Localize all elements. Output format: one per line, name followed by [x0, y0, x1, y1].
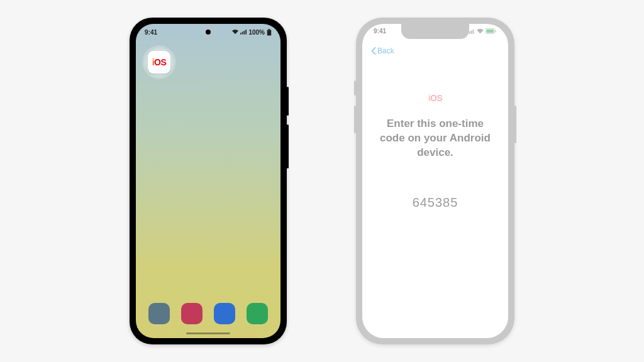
wifi-icon	[477, 29, 484, 34]
android-gesture-bar[interactable]	[186, 332, 230, 334]
iphone-content: iOS Enter this one-time code on your And…	[362, 24, 508, 338]
dock-app-1[interactable]	[148, 303, 170, 324]
one-time-code-instruction: Enter this one-time code on your Android…	[362, 117, 508, 160]
android-side-button-top	[287, 87, 289, 116]
android-dock	[136, 303, 280, 324]
svg-rect-4	[471, 30, 472, 33]
battery-icon	[486, 28, 497, 34]
svg-rect-8	[495, 30, 496, 33]
back-button-label: Back	[377, 47, 394, 55]
move-to-ios-app-highlight: iOS	[142, 45, 176, 79]
svg-rect-0	[269, 29, 270, 30]
iphone-screen: 9:41 Back iOS Enter this one-time code o…	[362, 24, 508, 338]
iphone-status-right-cluster	[467, 28, 497, 35]
svg-rect-3	[469, 31, 470, 34]
ios-logo-os: OS	[154, 57, 166, 67]
back-button[interactable]: Back	[371, 47, 394, 55]
one-time-code-value: 645385	[413, 195, 458, 210]
iphone-mute-switch	[354, 80, 356, 96]
android-status-right-cluster: 100%	[232, 29, 272, 36]
svg-rect-7	[486, 30, 494, 33]
android-side-button-bottom	[287, 124, 289, 168]
iphone-frame: 9:41 Back iOS Enter this one-time code o…	[356, 18, 514, 344]
iphone-volume-buttons	[354, 106, 356, 133]
iphone-status-time: 9:41	[374, 28, 386, 35]
move-to-ios-app-icon[interactable]: iOS	[148, 51, 170, 74]
wifi-icon	[232, 30, 238, 35]
battery-icon	[267, 29, 272, 36]
android-phone-frame: 9:41 100% iOS	[130, 18, 287, 344]
ios-logo-suffix: OS	[430, 93, 442, 103]
dock-app-2[interactable]	[181, 303, 203, 324]
iphone-side-button	[514, 106, 516, 143]
android-screen: 9:41 100% iOS	[136, 24, 280, 338]
svg-rect-1	[267, 30, 271, 35]
android-punch-hole-camera	[206, 30, 211, 35]
android-status-time: 9:41	[145, 29, 157, 36]
svg-rect-5	[473, 30, 474, 34]
ios-logo-text: iOS	[428, 93, 443, 103]
iphone-notch	[401, 24, 469, 39]
dock-app-4[interactable]	[247, 303, 268, 324]
android-battery-text: 100%	[248, 29, 265, 36]
dock-app-3[interactable]	[214, 303, 235, 324]
signal-icon	[240, 30, 247, 35]
chevron-left-icon	[371, 47, 376, 55]
